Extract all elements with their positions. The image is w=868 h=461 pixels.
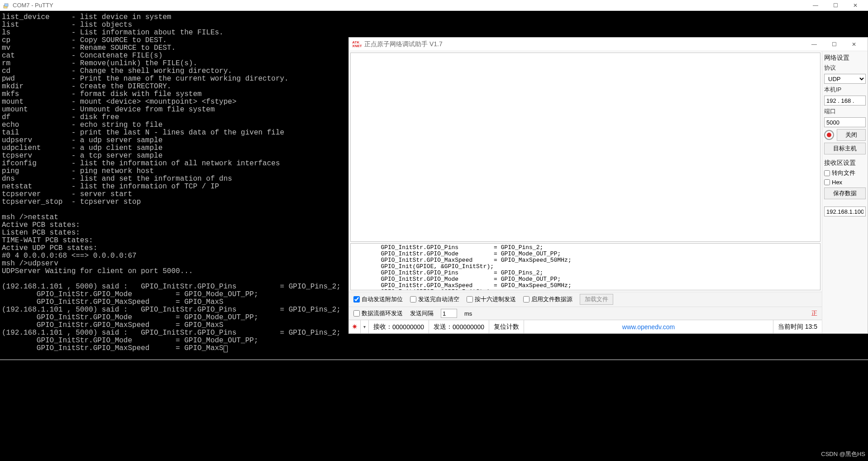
hex-checkbox[interactable]: Hex <box>824 179 866 186</box>
minimize-button[interactable]: — <box>806 0 825 10</box>
close-button[interactable]: ✕ <box>845 0 865 10</box>
interval-input[interactable] <box>441 309 457 318</box>
putty-titlebar[interactable]: COM7 - PuTTY — ☐ ✕ <box>0 0 868 11</box>
putty-title: COM7 - PuTTY <box>13 2 806 9</box>
to-file-checkbox[interactable]: 转向文件 <box>824 169 866 177</box>
interval-unit: ms <box>464 310 472 317</box>
recv-counter: 接收：000000000 <box>369 320 429 333</box>
enable-file-src-checkbox[interactable]: 启用文件数据源 <box>523 295 572 303</box>
send-counter: 发送：000000000 <box>429 320 489 333</box>
nettool-title: 正点原子网络调试助手 V1.7 <box>364 40 804 48</box>
watermark: CSDN @黑色HS <box>821 450 865 458</box>
nettool-main: GPIO_InitStr.GPIO_Pins = GPIO_Pins_2; GP… <box>349 51 822 333</box>
nettool-window: ATKXNET 正点原子网络调试助手 V1.7 — ☐ ✕ GPIO_InitS… <box>348 37 868 334</box>
save-data-button[interactable]: 保存数据 <box>824 187 866 199</box>
clear-after-send-checkbox[interactable]: 发送完自动清空 <box>410 295 459 303</box>
window-controls: — ☐ ✕ <box>804 39 864 49</box>
nettool-sidebar: 网络设置 协议 UDP 本机IP 端口 关闭 目标主机 接收区设置 转向文件 H… <box>822 51 868 333</box>
connection-status-icon <box>824 130 834 140</box>
close-connection-button[interactable]: 关闭 <box>837 129 866 141</box>
minimize-button[interactable]: — <box>804 39 824 49</box>
window-controls: — ☐ ✕ <box>806 0 865 10</box>
vendor-url[interactable]: www.openedv.com <box>524 320 773 333</box>
load-file-button[interactable]: 加载文件 <box>580 294 613 305</box>
protocol-label: 协议 <box>824 64 866 72</box>
recv-settings-title: 接收区设置 <box>824 159 866 167</box>
send-options-row-2: 数据流循环发送 发送间隔 ms 正 <box>349 307 822 320</box>
port-input[interactable] <box>824 117 866 127</box>
local-ip-label: 本机IP <box>824 86 866 94</box>
protocol-select[interactable]: UDP <box>824 74 866 84</box>
svg-rect-1 <box>5 4 8 6</box>
net-settings-title: 网络设置 <box>824 54 866 62</box>
current-time: 当前时间 13:5 <box>773 320 822 333</box>
local-ip-input[interactable] <box>824 96 866 106</box>
putty-icon <box>3 2 10 9</box>
auto-send-addl-checkbox[interactable]: 自动发送附加位 <box>353 295 403 303</box>
statusbar: ✷ ▾ 接收：000000000 发送：000000000 复位计数 www.o… <box>349 320 822 333</box>
send-area[interactable]: GPIO_InitStr.GPIO_Pins = GPIO_Pins_2; GP… <box>350 243 820 290</box>
nettool-titlebar[interactable]: ATKXNET 正点原子网络调试助手 V1.7 — ☐ ✕ <box>349 38 868 51</box>
maximize-button[interactable]: ☐ <box>825 0 845 10</box>
gear-icon[interactable]: ✷ <box>349 320 361 333</box>
status-indicator-icon: 正 <box>811 309 817 317</box>
interval-label: 发送间隔 <box>410 309 434 317</box>
reset-counter-button[interactable]: 复位计数 <box>494 323 519 331</box>
terminal-cursor <box>224 346 228 352</box>
receive-area[interactable] <box>350 53 820 242</box>
close-button[interactable]: ✕ <box>844 39 864 49</box>
nettool-body: GPIO_InitStr.GPIO_Pins = GPIO_Pins_2; GP… <box>349 51 868 333</box>
terminal-output: list_device - list device in system list… <box>2 13 341 352</box>
target-ip-input[interactable] <box>824 206 866 216</box>
loop-send-checkbox[interactable]: 数据流循环发送 <box>353 309 403 317</box>
dropdown-icon[interactable]: ▾ <box>361 320 369 333</box>
nettool-logo-icon: ATKXNET <box>353 40 362 49</box>
port-label: 端口 <box>824 107 866 115</box>
target-host-button[interactable]: 目标主机 <box>824 143 866 154</box>
send-hex-checkbox[interactable]: 按十六进制发送 <box>467 295 516 303</box>
maximize-button[interactable]: ☐ <box>824 39 844 49</box>
send-options-row-1: 自动发送附加位 发送完自动清空 按十六进制发送 启用文件数据源 加载文件 <box>349 292 822 307</box>
